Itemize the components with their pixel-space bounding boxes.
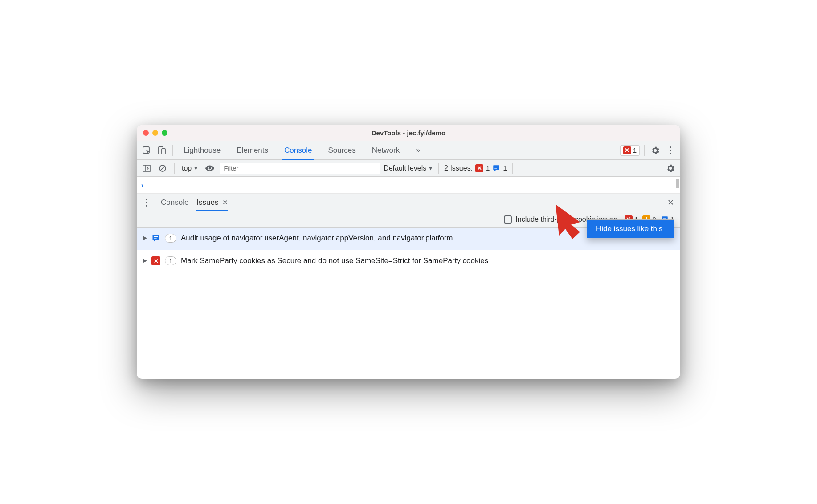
- svg-rect-11: [154, 236, 158, 237]
- tab-elements[interactable]: Elements: [235, 141, 270, 160]
- tab-console[interactable]: Console: [282, 141, 314, 160]
- divider: [512, 163, 513, 174]
- live-expression-icon[interactable]: [204, 162, 216, 175]
- inspect-element-icon[interactable]: [140, 144, 153, 157]
- error-icon: ✕: [151, 256, 160, 265]
- issues-info-count: 1: [503, 164, 507, 172]
- expand-icon[interactable]: ▶: [143, 257, 147, 264]
- context-label: top: [182, 164, 192, 172]
- minimize-window-button[interactable]: [152, 130, 158, 136]
- svg-rect-8: [495, 168, 497, 168]
- close-window-button[interactable]: [143, 130, 149, 136]
- tab-lighthouse[interactable]: Lighthouse: [182, 141, 222, 160]
- annotation-arrow-icon: [547, 200, 596, 240]
- drawer-tabbar: Console Issues ✕ ✕: [137, 194, 680, 211]
- titlebar: DevTools - jec.fyi/demo: [137, 125, 680, 141]
- settings-icon[interactable]: [649, 144, 662, 157]
- drawer-tab-issues[interactable]: Issues ✕: [196, 194, 228, 211]
- clear-console-icon[interactable]: [156, 162, 169, 175]
- error-badge[interactable]: ✕ 1: [620, 145, 640, 156]
- drawer-tab-console[interactable]: Console: [161, 194, 188, 211]
- svg-rect-9: [663, 218, 666, 218]
- scrollbar-thumb[interactable]: [676, 179, 679, 188]
- drawer-tab-label: Console: [161, 198, 188, 207]
- drawer-tab-label: Issues: [196, 198, 218, 207]
- svg-rect-2: [162, 149, 165, 154]
- empty-area: [137, 272, 680, 379]
- close-tab-icon[interactable]: ✕: [222, 199, 228, 207]
- divider: [172, 145, 173, 156]
- tab-network[interactable]: Network: [370, 141, 401, 160]
- svg-line-6: [160, 166, 165, 171]
- issue-title: Mark SameParty cookies as Secure and do …: [181, 256, 488, 266]
- divider: [644, 145, 645, 156]
- main-tabs: Lighthouse Elements Console Sources Netw…: [182, 141, 422, 160]
- log-level-select[interactable]: Default levels ▼: [384, 164, 433, 172]
- svg-rect-12: [154, 238, 157, 239]
- more-tabs-button[interactable]: »: [414, 141, 421, 160]
- maximize-window-button[interactable]: [162, 130, 167, 136]
- tabbar-right: ✕ 1: [620, 144, 677, 157]
- error-count: 1: [633, 146, 637, 154]
- svg-rect-7: [495, 167, 498, 167]
- expand-icon[interactable]: ▶: [143, 235, 147, 241]
- console-settings-icon[interactable]: [664, 162, 677, 175]
- issues-label: 2 Issues:: [444, 164, 473, 172]
- console-toolbar: top ▼ Default levels ▼ 2 Issues: ✕ 1 1: [137, 160, 680, 177]
- issue-count-pill: 1: [165, 234, 176, 243]
- filter-input[interactable]: [220, 163, 380, 174]
- checkbox-icon: [504, 215, 512, 224]
- traffic-lights: [143, 130, 167, 136]
- chevron-down-icon: ▼: [428, 166, 433, 171]
- main-tabbar: Lighthouse Elements Console Sources Netw…: [137, 141, 680, 160]
- info-icon: [151, 234, 160, 244]
- device-toolbar-icon[interactable]: [155, 144, 168, 157]
- issues-summary-link[interactable]: 2 Issues: ✕ 1 1: [444, 164, 507, 172]
- console-prompt-area[interactable]: ›: [137, 177, 680, 194]
- tab-sources[interactable]: Sources: [326, 141, 357, 160]
- context-menu: Hide issues like this: [587, 219, 674, 238]
- info-icon: [492, 164, 500, 172]
- divider: [174, 163, 175, 174]
- issue-count-pill: 1: [165, 256, 176, 265]
- svg-rect-3: [143, 165, 150, 171]
- execution-context-select[interactable]: top ▼: [180, 164, 200, 172]
- more-menu-icon[interactable]: [664, 144, 677, 157]
- drawer-more-icon[interactable]: [140, 196, 153, 209]
- chevron-down-icon: ▼: [193, 166, 198, 171]
- divider: [438, 163, 439, 174]
- error-icon: ✕: [623, 146, 631, 154]
- prompt-icon: ›: [141, 182, 143, 189]
- drawer-close-icon[interactable]: ✕: [664, 196, 677, 209]
- issues-error-count: 1: [486, 164, 490, 172]
- level-label: Default levels: [384, 164, 426, 172]
- devtools-window: DevTools - jec.fyi/demo Lighthouse Eleme…: [137, 125, 680, 379]
- window-title: DevTools - jec.fyi/demo: [372, 129, 445, 137]
- error-icon: ✕: [475, 164, 483, 172]
- issue-row[interactable]: ▶ ✕ 1 Mark SameParty cookies as Secure a…: [137, 250, 680, 272]
- issue-title: Audit usage of navigator.userAgent, navi…: [181, 233, 453, 244]
- hide-issues-menu-item[interactable]: Hide issues like this: [587, 220, 674, 238]
- console-sidebar-toggle-icon[interactable]: [140, 162, 153, 175]
